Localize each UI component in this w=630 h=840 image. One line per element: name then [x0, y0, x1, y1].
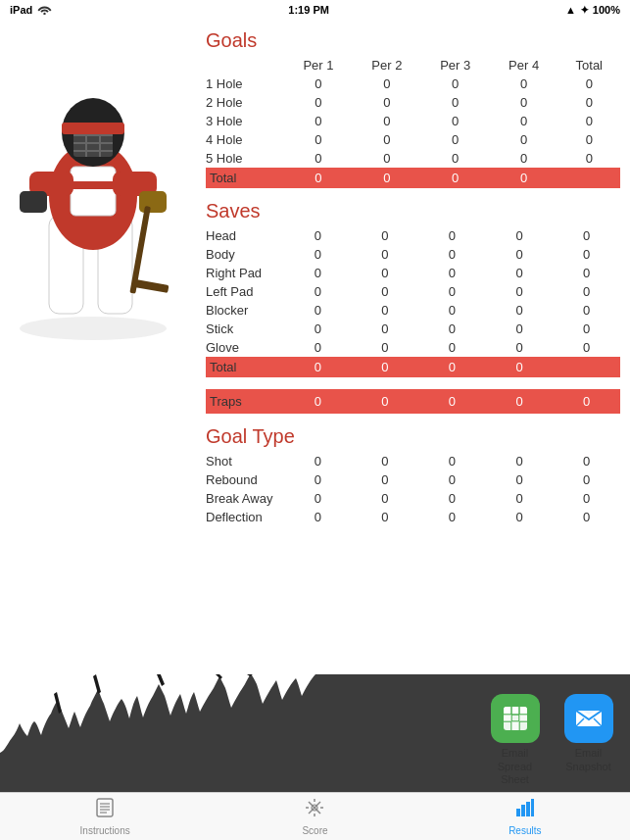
traps-value: 0 — [352, 389, 419, 414]
tab-score[interactable]: Score — [210, 793, 419, 840]
traps-label: Traps — [206, 389, 284, 414]
row-label: Shot — [206, 452, 284, 470]
cell-value: 0 — [284, 112, 353, 130]
cell-value: 0 — [486, 264, 554, 282]
cell-value: 0 — [284, 74, 353, 93]
gap — [206, 188, 620, 200]
score-icon — [304, 797, 325, 823]
row-label: 1 Hole — [206, 74, 284, 93]
cell-value: 0 — [284, 245, 352, 264]
cell-value: 0 — [486, 245, 554, 264]
cell-value: 0 — [421, 149, 490, 168]
cell-value: 0 — [418, 452, 486, 470]
cell-value: 0 — [418, 470, 486, 489]
cell-value: 0 — [421, 112, 490, 130]
table-row: Blocker 0 0 0 0 0 — [206, 301, 620, 320]
tab-instructions[interactable]: Instructions — [0, 793, 210, 840]
cell-value: 0 — [558, 130, 620, 149]
gap — [206, 377, 620, 389]
cell-value: 0 — [284, 149, 353, 168]
cell-value: 0 — [553, 338, 620, 357]
cell-value: 0 — [490, 74, 558, 93]
table-row: Stick 0 0 0 0 0 — [206, 320, 620, 338]
traps-value: 0 — [284, 389, 352, 414]
cell-value: 0 — [284, 93, 353, 112]
svg-rect-44 — [521, 805, 525, 816]
cell-value: 0 — [284, 301, 352, 320]
cell-value: 0 — [353, 112, 421, 130]
cell-value: 0 — [553, 470, 620, 489]
cell-value: 0 — [284, 130, 353, 149]
cell-value: 0 — [418, 245, 486, 264]
snapshot-label: Email Snapshot — [557, 747, 620, 772]
traps-row: Traps 0 0 0 0 0 — [206, 389, 620, 414]
col-header-label — [206, 56, 284, 74]
cell-value: 0 — [486, 320, 554, 338]
cell-value: 0 — [418, 338, 486, 357]
email-snapshot-button[interactable]: Email Snapshot — [557, 694, 620, 786]
cell-value: 0 — [353, 93, 421, 112]
battery-label: 100% — [593, 4, 620, 16]
svg-rect-46 — [531, 799, 534, 816]
total-label: Total — [206, 357, 284, 377]
cell-value: 0 — [352, 301, 419, 320]
cell-value: 0 — [353, 149, 421, 168]
table-row: Shot 0 0 0 0 0 — [206, 452, 620, 470]
svg-rect-9 — [20, 191, 47, 213]
snapshot-icon — [564, 694, 613, 743]
total-value: 0 — [421, 168, 490, 188]
cell-value: 0 — [352, 470, 419, 489]
cell-value: 0 — [418, 264, 486, 282]
cell-value: 0 — [558, 149, 620, 168]
cell-value: 0 — [352, 264, 419, 282]
row-label: Blocker — [206, 301, 284, 320]
goalie-image — [0, 29, 186, 343]
table-row: 5 Hole 0 0 0 0 0 — [206, 149, 620, 168]
cell-value: 0 — [418, 489, 486, 508]
table-row: 4 Hole 0 0 0 0 0 — [206, 130, 620, 149]
total-value: 0 — [284, 357, 352, 377]
cell-value: 0 — [553, 264, 620, 282]
cell-value: 0 — [284, 470, 352, 489]
bluetooth-icon: ✦ — [580, 4, 589, 17]
col-header-total: Total — [558, 56, 620, 74]
total-value: 0 — [352, 357, 419, 377]
row-label: Rebound — [206, 470, 284, 489]
saves-section: Saves Head 0 0 0 0 0 Body 0 — [206, 200, 620, 377]
tab-results-label: Results — [509, 825, 541, 836]
row-label: 4 Hole — [206, 130, 284, 149]
row-label: 5 Hole — [206, 149, 284, 168]
goals-title: Goals — [206, 29, 620, 52]
cell-value: 0 — [486, 489, 554, 508]
traps-value: 0 — [486, 389, 554, 414]
right-column: Goals Per 1 Per 2 Per 3 Per 4 Total — [206, 29, 630, 644]
goals-total-row: Total 0 0 0 0 — [206, 168, 620, 188]
instructions-icon — [94, 797, 116, 823]
svg-rect-23 — [504, 707, 527, 715]
cell-value: 0 — [421, 130, 490, 149]
svg-rect-6 — [71, 167, 116, 216]
svg-point-2 — [20, 317, 167, 340]
cell-value: 0 — [352, 245, 419, 264]
wifi-icon — [37, 4, 52, 17]
cell-value: 0 — [418, 320, 486, 338]
table-row: Body 0 0 0 0 0 — [206, 245, 620, 264]
cell-value: 0 — [490, 149, 558, 168]
cell-value: 0 — [553, 508, 620, 526]
cell-value: 0 — [486, 508, 554, 526]
cell-value: 0 — [284, 508, 352, 526]
cell-value: 0 — [352, 282, 419, 301]
col-header-per2: Per 2 — [353, 56, 421, 74]
goals-section: Goals Per 1 Per 2 Per 3 Per 4 Total — [206, 29, 620, 188]
tab-results[interactable]: Results — [420, 793, 630, 840]
row-label: 2 Hole — [206, 93, 284, 112]
cell-value: 0 — [352, 338, 419, 357]
cell-value: 0 — [352, 452, 419, 470]
svg-rect-45 — [526, 802, 530, 816]
cell-value: 0 — [284, 452, 352, 470]
cell-value: 0 — [352, 489, 419, 508]
cell-value: 0 — [486, 226, 554, 245]
email-spreadsheet-button[interactable]: Email Spread Sheet — [483, 694, 547, 786]
cell-value: 0 — [421, 93, 490, 112]
cell-value: 0 — [284, 338, 352, 357]
